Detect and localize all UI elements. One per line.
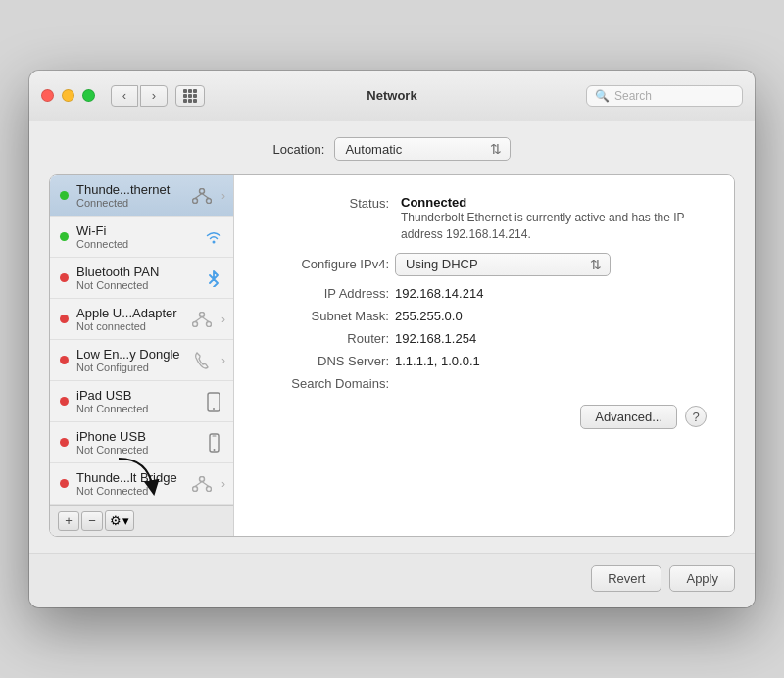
svg-line-20 bbox=[202, 481, 209, 486]
item-name: Bluetooth PAN bbox=[76, 265, 194, 279]
location-value: Automatic bbox=[345, 142, 402, 157]
dns-value: 1.1.1.1, 1.0.0.1 bbox=[389, 354, 480, 368]
grid-button[interactable] bbox=[175, 85, 205, 107]
footer-buttons: Revert Apply bbox=[29, 553, 755, 607]
search-box[interactable]: 🔍 Search bbox=[586, 85, 743, 107]
ip-value: 192.168.14.214 bbox=[389, 286, 483, 301]
forward-button[interactable]: › bbox=[140, 85, 168, 107]
network-adapter-icon bbox=[190, 308, 214, 331]
configure-label: Configure IPv4: bbox=[262, 257, 389, 271]
network-window: ‹ › Network 🔍 Search Location: Automatic… bbox=[29, 71, 755, 607]
item-name: Apple U...Adapter bbox=[76, 306, 182, 320]
titlebar: ‹ › Network 🔍 Search bbox=[29, 71, 755, 121]
help-button[interactable]: ? bbox=[685, 406, 707, 427]
router-row: Router: 192.168.1.254 bbox=[262, 331, 707, 346]
chevron-right-icon: › bbox=[221, 477, 225, 491]
subnet-mask-row: Subnet Mask: 255.255.0.0 bbox=[262, 309, 707, 323]
item-text: iPad USB Not Connected bbox=[76, 388, 194, 414]
svg-point-7 bbox=[193, 321, 198, 326]
svg-line-4 bbox=[202, 193, 209, 198]
status-dot-red bbox=[60, 273, 69, 282]
item-name: iPad USB bbox=[76, 388, 194, 403]
add-interface-button[interactable]: + bbox=[58, 511, 79, 531]
sidebar-item-bluetooth-pan[interactable]: Bluetooth PAN Not Connected bbox=[50, 258, 233, 299]
phone-icon bbox=[190, 349, 214, 372]
svg-point-12 bbox=[213, 408, 215, 410]
item-status: Not connected bbox=[76, 320, 182, 332]
search-placeholder: Search bbox=[614, 89, 652, 103]
revert-button[interactable]: Revert bbox=[591, 565, 662, 592]
item-text: Low En...y Dongle Not Configured bbox=[76, 347, 182, 373]
close-button[interactable] bbox=[41, 89, 54, 102]
status-dot-red bbox=[60, 397, 69, 406]
content-area: Location: Automatic ⇅ Thunde...thernet C… bbox=[29, 121, 755, 553]
item-text: Wi-Fi Connected bbox=[76, 223, 194, 250]
svg-point-0 bbox=[200, 188, 205, 193]
network-icon bbox=[190, 184, 214, 208]
main-panel: Thunde...thernet Connected › Wi-Fi bbox=[49, 174, 735, 537]
subnet-value: 255.255.0.0 bbox=[389, 309, 463, 323]
svg-line-3 bbox=[195, 193, 202, 198]
iphone-icon bbox=[202, 431, 225, 455]
svg-point-2 bbox=[207, 198, 212, 203]
dns-label: DNS Server: bbox=[262, 354, 389, 368]
status-dot-green bbox=[60, 232, 69, 241]
svg-point-6 bbox=[200, 312, 205, 316]
detail-panel: Status: Connected Thunderbolt Ethernet i… bbox=[234, 175, 734, 536]
back-button[interactable]: ‹ bbox=[111, 85, 138, 107]
item-name: Low En...y Dongle bbox=[76, 347, 182, 362]
svg-point-1 bbox=[193, 198, 198, 203]
sidebar-item-ipad-usb[interactable]: iPad USB Not Connected bbox=[50, 381, 233, 422]
item-text: Thunde...thernet Connected bbox=[76, 182, 182, 209]
item-status: Connected bbox=[76, 238, 194, 250]
window-title: Network bbox=[367, 88, 416, 103]
traffic-lights bbox=[41, 89, 95, 102]
search-domains-row: Search Domains: bbox=[262, 376, 707, 391]
location-select[interactable]: Automatic ⇅ bbox=[334, 137, 511, 161]
configure-spinner-icon: ⇅ bbox=[590, 257, 602, 272]
item-status: Not Connected bbox=[76, 403, 194, 414]
svg-point-5 bbox=[213, 240, 216, 243]
configure-value: Using DHCP bbox=[406, 257, 478, 271]
advanced-button[interactable]: Advanced... bbox=[580, 405, 677, 429]
wifi-icon bbox=[202, 225, 225, 249]
minimize-button[interactable] bbox=[62, 89, 74, 102]
svg-rect-15 bbox=[212, 435, 216, 436]
status-dot-red bbox=[60, 438, 69, 447]
sidebar-item-apple-usb-adapter[interactable]: Apple U...Adapter Not connected › bbox=[50, 299, 233, 340]
gear-icon: ⚙ bbox=[110, 513, 122, 528]
remove-interface-button[interactable]: − bbox=[81, 511, 103, 531]
status-value: Connected bbox=[395, 195, 707, 210]
sidebar-item-low-energy-dongle[interactable]: Low En...y Dongle Not Configured › bbox=[50, 340, 233, 381]
nav-buttons: ‹ › bbox=[111, 85, 168, 107]
svg-line-9 bbox=[195, 316, 202, 321]
apply-button[interactable]: Apply bbox=[669, 565, 735, 592]
status-row: Status: Connected Thunderbolt Ethernet i… bbox=[262, 195, 707, 243]
location-spinner-icon: ⇅ bbox=[490, 141, 502, 157]
item-status: Connected bbox=[76, 197, 182, 209]
search-domains-label: Search Domains: bbox=[262, 376, 389, 391]
item-text: iPhone USB Not Connected bbox=[76, 429, 194, 456]
arrow-indicator bbox=[109, 454, 168, 503]
item-name: iPhone USB bbox=[76, 429, 194, 444]
bluetooth-icon bbox=[202, 266, 225, 290]
maximize-button[interactable] bbox=[82, 89, 95, 102]
configure-ipv4-select[interactable]: Using DHCP ⇅ bbox=[395, 253, 611, 276]
ip-label: IP Address: bbox=[262, 286, 389, 301]
svg-point-16 bbox=[200, 476, 205, 481]
svg-point-14 bbox=[213, 449, 215, 451]
status-dot-green bbox=[60, 191, 69, 200]
gear-menu-button[interactable]: ⚙ ▾ bbox=[105, 510, 134, 531]
status-label: Status: bbox=[262, 195, 389, 211]
status-dot-red bbox=[60, 356, 69, 364]
item-name: Wi-Fi bbox=[76, 223, 194, 238]
item-text: Apple U...Adapter Not connected bbox=[76, 306, 182, 332]
location-row: Location: Automatic ⇅ bbox=[49, 137, 735, 161]
bottom-buttons: Advanced... ? bbox=[262, 405, 707, 429]
item-status: Not Connected bbox=[76, 279, 194, 291]
item-status: Not Configured bbox=[76, 362, 182, 373]
status-dot-red bbox=[60, 479, 69, 488]
sidebar-item-wifi[interactable]: Wi-Fi Connected bbox=[50, 217, 233, 258]
sidebar-item-thunderbolt-ethernet[interactable]: Thunde...thernet Connected › bbox=[50, 175, 233, 217]
sidebar: Thunde...thernet Connected › Wi-Fi bbox=[50, 175, 234, 536]
